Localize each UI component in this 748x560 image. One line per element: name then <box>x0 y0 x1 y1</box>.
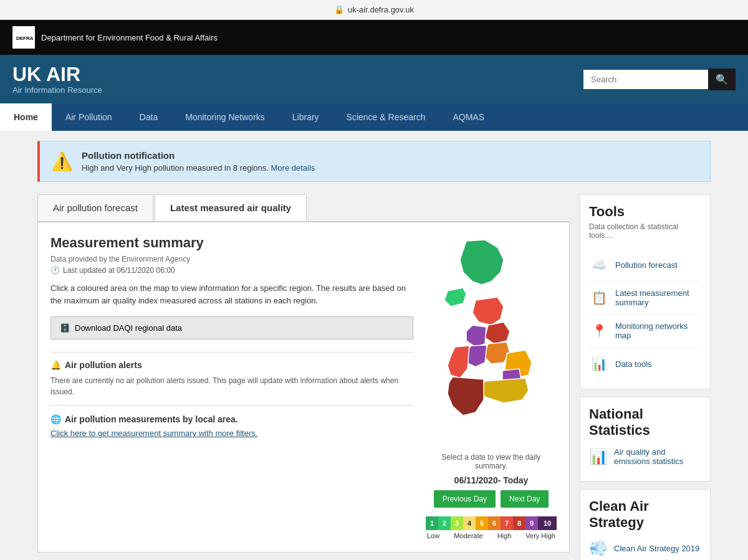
tool-pollution-forecast[interactable]: ☁️ Pollution forecast <box>589 249 701 282</box>
notification-title: Pollution notification <box>82 150 315 161</box>
daqi-label-very-high: Very High <box>525 532 555 539</box>
tool-measurement-label: Latest measurement summary <box>615 288 701 307</box>
clean-air-heading: Clean Air Strategy <box>589 498 701 531</box>
nav-home[interactable]: Home <box>0 103 52 131</box>
tools-card: Tools Data collection & statistical tool… <box>580 194 711 389</box>
measurement-heading: Measurement summary <box>50 235 413 251</box>
lock-icon: 🔒 <box>334 5 344 14</box>
daqi-2: 2 <box>438 516 451 530</box>
map-nav-buttons: Previous Day Next Day <box>426 490 557 508</box>
region-north-england[interactable] <box>472 297 504 325</box>
notification-message: High and Very High pollution measured in… <box>82 163 315 173</box>
map-caption: Select a date to view the daily summary. <box>426 453 557 470</box>
tools-heading: Tools <box>589 204 701 220</box>
region-south-east[interactable] <box>479 378 529 403</box>
uk-map[interactable] <box>429 235 554 447</box>
url-bar: uk-air.defra.gov.uk <box>348 5 414 14</box>
main-content: ⚠️ Pollution notification High and Very … <box>31 131 717 560</box>
tool-monitoring-label: Monitoring networks map <box>615 321 701 340</box>
alerts-heading: 🔔 Air pollution alerts <box>50 360 413 370</box>
daqi-3: 3 <box>451 516 463 530</box>
cloud-icon: ☁️ <box>589 255 609 275</box>
tab-air-pollution-forecast[interactable]: Air pollution forecast <box>37 194 153 221</box>
svg-text:DEFRA: DEFRA <box>16 36 34 41</box>
notification-banner: ⚠️ Pollution notification High and Very … <box>37 141 711 182</box>
map-instructions: Click a coloured area on the map to view… <box>50 282 413 306</box>
daqi-labels: Low Moderate High Very High <box>426 532 557 539</box>
search-container: 🔍 <box>583 69 736 90</box>
tab-latest-air-quality[interactable]: Latest measured air quality <box>155 194 307 221</box>
data-source: Data provided by the Environment Agency <box>50 255 413 263</box>
clean-air-label: Clean Air Strategy 2019 <box>614 544 699 553</box>
date-display: 06/11/2020- Today <box>426 475 557 485</box>
divider-1 <box>50 352 413 353</box>
region-south-west[interactable] <box>448 377 484 415</box>
main-nav: Home Air Pollution Data Monitoring Netwo… <box>0 103 748 131</box>
daqi-8: 8 <box>513 516 525 530</box>
site-subtitle: Air Information Resource <box>12 85 102 95</box>
browser-bar: 🔒 uk-air.defra.gov.uk <box>0 0 748 20</box>
site-header: UK AIR Air Information Resource 🔍 <box>0 55 748 103</box>
bar-chart-icon: 📊 <box>589 448 608 465</box>
main-panel: Measurement summary Data provided by the… <box>37 222 570 553</box>
clock-icon: 🕐 <box>50 266 60 275</box>
measurements-section: 🌐 Air pollution measurements by local ar… <box>50 414 413 438</box>
daqi-10: 10 <box>538 516 557 530</box>
download-daqi-button[interactable]: 🗄️ Download DAQI regional data <box>50 316 413 339</box>
map-container: Select a date to view the daily summary.… <box>426 235 557 539</box>
daqi-label-low: Low <box>427 532 439 539</box>
nav-monitoring-networks[interactable]: Monitoring Networks <box>171 103 279 131</box>
daqi-5: 5 <box>476 516 488 530</box>
daqi-label-high: High <box>497 532 512 539</box>
panel-right: Select a date to view the daily summary.… <box>426 235 557 539</box>
gov-org-name: Department for Environment Food & Rural … <box>41 33 218 42</box>
search-input[interactable] <box>583 70 708 89</box>
daqi-scale: 1 2 3 4 5 6 7 8 9 10 <box>426 516 563 530</box>
nav-library[interactable]: Library <box>279 103 333 131</box>
region-wales[interactable] <box>448 346 469 378</box>
stat-air-quality-label: Air quality and emissions statistics <box>614 447 701 466</box>
nav-science-research[interactable]: Science & Research <box>333 103 439 131</box>
site-name: UK AIR <box>12 64 102 85</box>
tool-measurement-summary[interactable]: 📋 Latest measurement summary <box>589 282 701 315</box>
tool-data-tools[interactable]: 📊 Data tools <box>589 348 701 380</box>
daqi-scale-container: 1 2 3 4 5 6 7 8 9 10 <box>426 516 557 539</box>
pin-icon: 📍 <box>589 321 609 341</box>
alerts-text: There are currently no air pollution ale… <box>50 375 413 397</box>
national-stats-card: National Statistics 📊 Air quality and em… <box>580 397 711 482</box>
notification-link[interactable]: More details <box>271 163 315 173</box>
nav-data[interactable]: Data <box>126 103 172 131</box>
measurements-link[interactable]: Click here to get measurement summary wi… <box>50 429 257 438</box>
tab-bar: Air pollution forecast Latest measured a… <box>37 194 570 222</box>
site-title: UK AIR Air Information Resource <box>12 64 102 95</box>
region-yorkshire[interactable] <box>485 322 510 344</box>
content-grid: Air pollution forecast Latest measured a… <box>37 194 711 560</box>
nav-air-pollution[interactable]: Air Pollution <box>52 103 126 131</box>
stat-air-quality[interactable]: 📊 Air quality and emissions statistics <box>589 441 701 472</box>
tool-monitoring-map[interactable]: 📍 Monitoring networks map <box>589 315 701 348</box>
notification-content: Pollution notification High and Very Hig… <box>82 150 315 173</box>
search-button[interactable]: 🔍 <box>708 69 736 90</box>
nav-aqmas[interactable]: AQMAS <box>439 103 498 131</box>
wind-icon: 💨 <box>589 539 608 557</box>
region-northern-ireland[interactable] <box>444 288 466 306</box>
last-updated: 🕐 Last updated at 06/11/2020 06:00 <box>50 266 413 275</box>
alerts-section: 🔔 Air pollution alerts There are current… <box>50 360 413 397</box>
right-sidebar: Tools Data collection & statistical tool… <box>580 194 711 560</box>
tool-data-tools-label: Data tools <box>615 359 652 369</box>
region-nw-england[interactable] <box>466 325 486 347</box>
prev-day-button[interactable]: Previous Day <box>434 490 496 508</box>
daqi-1: 1 <box>426 516 438 530</box>
national-stats-heading: National Statistics <box>589 406 701 439</box>
panel-left: Measurement summary Data provided by the… <box>50 235 413 539</box>
database-icon: 🗄️ <box>60 323 70 333</box>
tools-subtitle: Data collection & statistical tools.... <box>589 222 701 240</box>
clean-air-card: Clean Air Strategy 💨 Clean Air Strategy … <box>580 489 711 560</box>
daqi-9: 9 <box>525 516 538 530</box>
gov-banner: DEFRA Department for Environment Food & … <box>0 20 748 55</box>
next-day-button[interactable]: Next Day <box>501 490 549 508</box>
region-scotland[interactable] <box>460 240 504 285</box>
daqi-7: 7 <box>501 516 513 530</box>
clean-air-strategy-item[interactable]: 💨 Clean Air Strategy 2019 <box>589 533 701 560</box>
globe-icon: 🌐 <box>50 414 61 424</box>
